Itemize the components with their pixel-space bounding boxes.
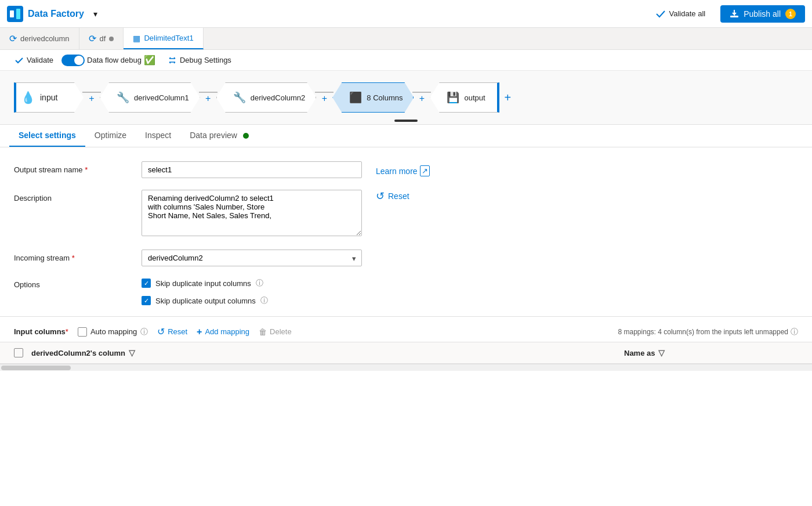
table-header: derivedColumn2's column ▽ Name as ▽ [0,342,812,364]
brand-label: Data Factory [28,9,84,19]
connector-plus-2[interactable]: + [205,94,211,103]
tab-data-preview-label: Data preview [190,131,237,140]
tab-df[interactable]: ⟳ df [79,28,124,49]
auto-mapping-checkbox[interactable] [78,327,87,337]
delete-button[interactable]: 🗑 Delete [259,327,292,337]
description-textarea[interactable]: Renaming derivedColumn2 to select1 with … [142,190,362,236]
scroll-thumb[interactable] [1,366,71,370]
skip-duplicate-output-label: Skip duplicate output columns [155,297,256,305]
node-8col-box[interactable]: ⬛ 8 Columns [332,82,414,113]
connector-4: + [412,92,431,103]
mappings-info-icon[interactable]: ⓘ [791,327,798,337]
input-columns-required: * [66,327,68,336]
validate-all-button[interactable]: Validate all [650,6,712,21]
node-dc2-label: derivedColumn2 [251,93,306,102]
debug-toggle[interactable] [61,55,85,66]
tab-derivedcolumn-label: derivedcolumn [20,34,70,43]
publish-badge: 1 [785,9,796,19]
description-row: Description Renaming derivedColumn2 to s… [14,190,798,238]
incoming-stream-select-wrapper: derivedColumn2 ▾ [142,250,362,266]
col1-filter-icon[interactable]: ▽ [129,348,135,357]
reset-button[interactable]: ↺ Reset [376,190,409,203]
mappings-info-text: 8 mappings: 4 column(s) from the inputs … [618,328,788,336]
svg-rect-0 [7,6,23,22]
svg-rect-3 [730,16,738,17]
tab-delimitedtext1-label: DelimitedText1 [144,34,193,42]
node-dc1-label: derivedColumn1 [134,93,189,102]
tab-select-settings[interactable]: Select settings [9,125,85,147]
add-mapping-button[interactable]: + Add mapping [197,327,249,337]
connector-2: + [199,92,217,103]
auto-mapping-row: Auto mapping ⓘ [78,327,148,337]
toolbar: Validate Data flow debug ✅ Debug Setting… [0,50,812,71]
connector-plus-4[interactable]: + [419,94,425,103]
debug-label: Data flow debug [87,56,142,64]
brand-dropdown-icon: ▾ [93,9,97,19]
add-node-button[interactable]: + [504,91,511,104]
node-input-box[interactable]: 💧 input [14,82,84,113]
node-dc2-box[interactable]: 🔧 derivedColumn2 [216,82,317,113]
connector-line-1 [82,92,101,93]
connector-plus-3[interactable]: + [322,94,327,103]
node-dc1-icon: 🔧 [117,91,129,104]
svg-rect-1 [10,10,14,17]
debug-toggle-knob [74,56,84,65]
horizontal-scrollbar[interactable] [0,364,812,371]
node-8col-label: 8 Columns [367,93,403,102]
auto-mapping-label: Auto mapping [90,327,137,336]
node-input-icon: 💧 [21,91,35,104]
connector-plus-1[interactable]: + [89,94,94,103]
skip-duplicate-output-row: Skip duplicate output columns ⓘ [142,295,268,306]
incoming-stream-label: Incoming stream * [14,250,142,262]
tab-df-icon: ⟳ [89,33,96,44]
tab-inspect[interactable]: Inspect [136,125,180,147]
reset-icon: ↺ [376,190,385,203]
col2-filter-icon[interactable]: ▽ [658,348,665,357]
debug-settings-label: Debug Settings [180,56,231,64]
add-mapping-label: Add mapping [205,327,249,336]
tab-derivedcolumn[interactable]: ⟳ derivedcolumn [0,28,79,49]
tab-optimize-label: Optimize [95,131,126,140]
mappings-info: 8 mappings: 4 column(s) from the inputs … [618,327,798,337]
incoming-stream-select[interactable]: derivedColumn2 [142,250,362,266]
table-col2-header: Name as ▽ [624,348,798,357]
description-label: Description [14,190,142,203]
connector-3: + [315,92,334,103]
options-content: Skip duplicate input columns ⓘ Skip dupl… [142,278,268,306]
debug-status-icon: ✅ [144,55,155,66]
brand: Data Factory [7,6,84,22]
output-stream-input[interactable] [142,161,362,178]
tab-select-settings-label: Select settings [19,131,76,140]
form-area: Output stream name * Learn more ↗ Descri… [0,147,812,306]
auto-mapping-info-icon[interactable]: ⓘ [140,327,148,337]
pipeline-node-8col: ⬛ 8 Columns [332,82,414,113]
skip-duplicate-input-info-icon[interactable]: ⓘ [256,278,263,288]
node-dc2-icon: 🔧 [233,91,246,104]
publish-all-label: Publish all [744,9,781,19]
external-link-icon: ↗ [420,165,430,176]
node-output-box[interactable]: 💾 output [430,82,499,113]
tab-optimize[interactable]: Optimize [85,125,136,147]
delete-label: Delete [270,327,292,336]
skip-duplicate-output-info-icon[interactable]: ⓘ [260,295,268,306]
node-dc1-box[interactable]: 🔧 derivedColumn1 [100,82,200,113]
validate-button[interactable]: Validate [9,53,59,67]
brand-dropdown[interactable]: ▾ [93,9,97,19]
collapse-handle[interactable] [394,120,418,122]
validate-all-icon [655,9,666,19]
debug-settings-button[interactable]: Debug Settings [162,53,237,67]
tab-derivedcolumn-icon: ⟳ [9,33,17,44]
publish-all-button[interactable]: Publish all 1 [720,5,805,23]
table-col2-label: Name as [624,349,655,357]
learn-more-link[interactable]: Learn more ↗ [376,161,430,176]
tab-delimitedtext1[interactable]: ▦ DelimitedText1 [124,28,203,49]
reset-mapping-button[interactable]: ↺ Reset [157,326,187,337]
skip-duplicate-output-checkbox[interactable] [142,296,151,305]
select-all-checkbox[interactable] [14,348,23,357]
publish-icon [730,9,739,19]
node-input-label: input [40,93,57,102]
skip-duplicate-input-checkbox[interactable] [142,279,151,288]
table-select-all-checkbox[interactable] [14,348,31,357]
tab-data-preview[interactable]: Data preview [180,125,258,147]
input-columns-header: Input columns * Auto mapping ⓘ ↺ Reset +… [0,316,812,342]
